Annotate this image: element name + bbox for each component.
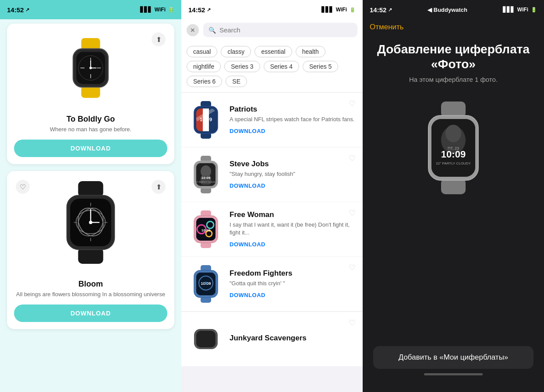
filter-tag-casual[interactable]: casual — [187, 46, 217, 57]
heart-icon-2[interactable]: ♡ — [16, 180, 30, 194]
item-info-free-woman: Free Woman I say that I want it, want it… — [230, 210, 356, 248]
watch-preview: 10:09 ПТ, 23 22° PARTLY CLOUDY — [410, 96, 497, 201]
item-img-free-woman: 10:09 — [188, 207, 223, 251]
free-woman-watch-svg: 10:09 — [191, 210, 221, 249]
status-icons-middle: ▋▋▋ WiFi 🔋 — [321, 7, 356, 13]
panel-left: 14:52 ↗ ▋▋▋ WiFi 🔋 — [0, 0, 181, 392]
filter-tag-series6[interactable]: Series 6 — [187, 76, 222, 87]
signal-left: ▋▋▋ — [140, 7, 152, 13]
location-right: ↗ — [388, 7, 392, 13]
back-label-right: ◀ Buddywatch — [392, 7, 502, 13]
status-bar-right: 14:52 ↗ ◀ Buddywatch ▋▋▋ WiFi 🔋 — [363, 0, 544, 19]
cards-container: ⬆ To Boldly Go Where no man has gone bef… — [0, 19, 181, 392]
share-icon-1[interactable]: ⬆ — [152, 32, 166, 46]
filter-tag-series4[interactable]: Series 4 — [264, 61, 299, 72]
item-desc-steve-jobs: "Stay hungry, stay foolish" — [230, 170, 356, 178]
cancel-button[interactable]: Отменить — [370, 23, 404, 32]
item-img-freedom-fighters: 10:09 — [188, 262, 223, 306]
wifi-right: WiFi — [517, 7, 528, 13]
item-info-freedom-fighters: Freedom Fighters "Gotta quit this cryin'… — [230, 269, 356, 299]
status-bar-middle: 14:52 ↗ ▋▋▋ WiFi 🔋 — [181, 0, 363, 19]
close-button[interactable]: ✕ — [187, 24, 199, 36]
back-row: Отменить — [363, 19, 544, 33]
item-name-steve-jobs: Steve Jobs — [230, 160, 356, 168]
item-desc-free-woman: I say that I want it, want it (be free) … — [230, 221, 356, 237]
item-name-free-woman: Free Woman — [230, 210, 356, 219]
item-info-steve-jobs: Steve Jobs "Stay hungry, stay foolish" D… — [230, 160, 356, 189]
signal-middle: ▋▋▋ — [321, 7, 333, 13]
card-subtitle-1: Where no man has gone before. — [14, 126, 167, 133]
freedom-fighters-watch-svg: 10:09 — [191, 264, 221, 304]
filter-tag-nightlife[interactable]: nightlife — [187, 61, 221, 72]
battery-right: 🔋 — [531, 7, 537, 13]
card-title-2: Bloom — [14, 280, 167, 289]
filter-tag-health[interactable]: health — [296, 46, 325, 57]
svg-text:10:09: 10:09 — [201, 176, 211, 180]
search-input[interactable] — [219, 26, 352, 34]
heart-steve-jobs[interactable]: ♡ — [349, 154, 356, 163]
list-item-patriots: 10:09 Patriots A special NFL stripes wat… — [181, 93, 363, 147]
heart-patriots[interactable]: ♡ — [349, 99, 356, 108]
signal-right: ▋▋▋ — [503, 7, 515, 13]
heart-button-2[interactable]: ♡ — [16, 180, 30, 194]
svg-text:10:09: 10:09 — [200, 117, 212, 122]
time-right: 14:52 — [370, 6, 386, 14]
svg-point-26 — [89, 221, 92, 224]
download-patriots[interactable]: DOWNLOAD — [230, 128, 265, 134]
download-button-2[interactable]: DOWNLOAD — [14, 304, 167, 322]
item-img-steve-jobs: 10:09 22° PARTLY CLOUDY — [188, 153, 223, 196]
main-title-right: Добавление циферблата «Фото» — [373, 42, 533, 71]
battery-left: 🔋 — [168, 7, 174, 13]
heart-free-woman[interactable]: ♡ — [349, 208, 356, 218]
share-icon-2[interactable]: ⬆ — [152, 180, 166, 194]
svg-text:ПТ, 23: ПТ, 23 — [448, 146, 459, 150]
list-item-junkyard: Junkyard Scavengers ♡ — [181, 312, 363, 366]
search-row: ✕ 🔍 — [181, 19, 363, 42]
item-img-patriots: 10:09 — [188, 98, 223, 142]
download-steve-jobs[interactable]: DOWNLOAD — [230, 182, 265, 189]
item-desc-freedom-fighters: "Gotta quit this cryin' " — [230, 280, 356, 287]
steve-jobs-preview-svg: 10:09 ПТ, 23 22° PARTLY CLOUDY — [416, 101, 491, 197]
svg-point-65 — [205, 282, 207, 284]
list-item-steve-jobs: 10:09 22° PARTLY CLOUDY Steve Jobs "Stay… — [181, 147, 363, 202]
filter-tag-essential[interactable]: essential — [254, 46, 292, 57]
svg-rect-68 — [441, 102, 466, 117]
location-icon-left: ↗ — [25, 7, 29, 13]
share-button-1[interactable]: ⬆ — [152, 32, 166, 46]
bottom-area: Добавить в «Мои циферблаты» — [363, 339, 544, 392]
item-info-patriots: Patriots A special NFL stripes watch fac… — [230, 105, 356, 135]
junkyard-watch-svg — [191, 328, 221, 350]
home-indicator — [424, 373, 483, 375]
filter-tag-classy[interactable]: classy — [221, 46, 251, 57]
filter-tag-series3[interactable]: Series 3 — [224, 61, 260, 72]
location-middle: ↗ — [207, 7, 211, 13]
filter-tags-container: casual classy essential health nightlife… — [181, 42, 363, 93]
wifi-middle: WiFi — [336, 7, 347, 13]
watch-bloom-svg — [53, 180, 128, 272]
wifi-left: WiFi — [155, 7, 166, 13]
download-free-woman[interactable]: DOWNLOAD — [230, 241, 265, 248]
card-to-boldly-go: ⬆ To Boldly Go Where no man has gone bef… — [7, 24, 174, 164]
heart-freedom-fighters[interactable]: ♡ — [349, 263, 356, 273]
search-input-wrap: 🔍 — [203, 23, 357, 37]
filter-tag-series5[interactable]: Series 5 — [303, 61, 338, 72]
main-subtitle-right: На этом циферблате 1 фото. — [409, 76, 498, 83]
download-freedom-fighters[interactable]: DOWNLOAD — [230, 292, 265, 298]
item-img-junkyard — [188, 317, 223, 361]
share-button-2[interactable]: ⬆ — [152, 180, 166, 194]
panel-right: 14:52 ↗ ◀ Buddywatch ▋▋▋ WiFi 🔋 Отменить… — [363, 0, 544, 392]
item-desc-patriots: A special NFL stripes watch face for Pat… — [230, 116, 356, 123]
svg-rect-12 — [78, 181, 103, 197]
svg-rect-69 — [441, 178, 466, 194]
list-item-freedom-fighters: 10:09 Freedom Fighters "Gotta quit this … — [181, 257, 363, 311]
add-watch-button[interactable]: Добавить в «Мои циферблаты» — [373, 346, 533, 369]
patriots-watch-svg: 10:09 — [191, 100, 221, 140]
card-bloom: ⬆ ♡ Bloom All beings are flowers blossom… — [7, 171, 174, 329]
download-button-1[interactable]: DOWNLOAD — [14, 140, 167, 157]
heart-junkyard[interactable]: ♡ — [349, 318, 356, 328]
time-middle: 14:52 — [188, 6, 205, 14]
battery-middle: 🔋 — [350, 7, 356, 13]
list-item-free-woman: 10:09 Free Woman I say that I want it, w… — [181, 202, 363, 256]
filter-tag-se[interactable]: SE — [226, 76, 247, 87]
svg-text:22° PARTLY CLOUDY: 22° PARTLY CLOUDY — [195, 181, 217, 183]
